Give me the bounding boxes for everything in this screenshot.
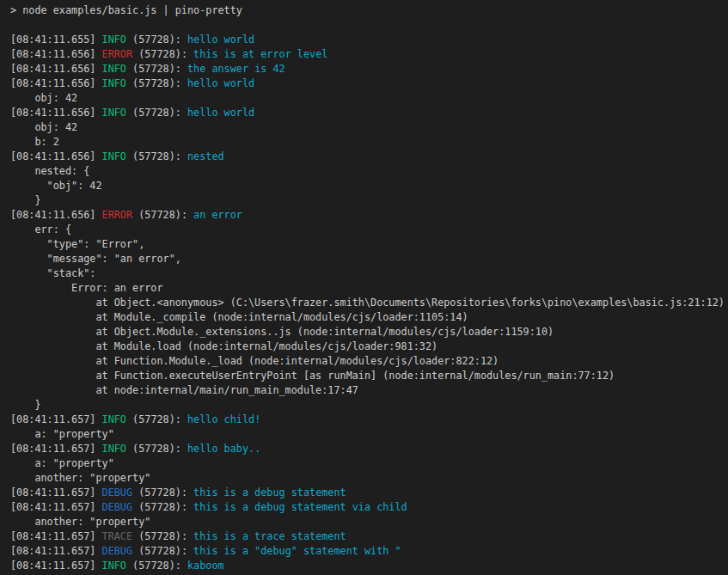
terminal-line: at Module._compile (node:internal/module… [10,310,728,325]
log-text: at Object.<anonymous> (C:\Users\frazer.s… [10,297,725,309]
log-text: "stack": [10,267,95,279]
log-text: obj: 42 [10,121,77,133]
log-text: } [10,194,41,206]
terminal-line [10,18,728,33]
log-message: hello world [187,34,254,46]
log-text: (57728): [126,413,187,425]
terminal-line: [08:41:11.657] TRACE (57728): this is a … [10,529,728,544]
log-text: another: "property" [10,516,150,528]
terminal-line: [08:41:11.656] ERROR (57728): this is at… [10,47,728,62]
log-text: a: "property" [10,457,114,469]
log-text: at node:internal/main/run_main_module:17… [10,384,358,396]
terminal-line: } [10,398,728,413]
log-text: [08:41:11.657] [10,545,102,557]
terminal-line: err: { [10,223,728,237]
log-text: err: { [10,223,71,236]
log-text: at Object.Module._extensions..js (node:i… [10,326,554,338]
terminal-line: obj: 42 [10,91,728,106]
log-text: at Module.load (node:internal/modules/cj… [10,340,437,352]
log-text: (57728): [126,77,187,89]
log-text: nested: { [10,165,89,177]
terminal-line: [08:41:11.656] ERROR (57728): an error [10,208,728,223]
terminal-line: [08:41:11.657] INFO (57728): hello baby.… [10,442,728,456]
terminal-line: obj: 42 [10,120,728,135]
log-level-badge: INFO [102,107,126,119]
log-text: [08:41:11.656] [10,48,102,60]
terminal-line: at Function.Module._load (node:internal/… [10,354,728,369]
log-level-badge: DEBUG [102,545,133,557]
log-text: [08:41:11.657] [10,413,102,425]
terminal-line: [08:41:11.656] INFO (57728): the answer … [10,62,728,76]
log-text: (57728): [126,63,187,75]
log-text: (57728): [126,34,187,46]
log-text: (57728): [126,150,187,162]
terminal[interactable]: > node examples/basic.js | pino-pretty [… [0,0,728,575]
log-message: this is a debug statement via child [193,501,407,513]
terminal-line: [08:41:11.656] INFO (57728): hello world [10,76,728,91]
log-level-badge: INFO [102,150,126,162]
log-text: } [10,399,41,411]
terminal-line: "obj": 42 [10,179,728,193]
terminal-line: [08:41:11.657] INFO (57728): hello child… [10,413,728,427]
log-message: this is a "debug" statement with " [193,545,401,557]
terminal-line: "stack": [10,266,728,281]
terminal-line: nested: { [10,164,728,179]
log-text: a: "property" [10,428,114,440]
log-level-badge: DEBUG [102,486,133,499]
log-text: (57728): [126,107,187,119]
log-message: hello child! [187,413,260,425]
log-level-badge: INFO [102,77,126,89]
log-text: [08:41:11.656] [10,209,102,221]
log-message: this is a debug statement [193,486,346,499]
log-message: the answer is 42 [187,63,285,75]
terminal-line: [08:41:11.657] DEBUG (57728): this is a … [10,486,728,500]
terminal-line: a: "property" [10,456,728,471]
log-text: [08:41:11.656] [10,77,102,89]
terminal-line: Error: an error [10,281,728,296]
terminal-line: "message": "an error", [10,252,728,266]
terminal-line: another: "property" [10,515,728,529]
log-text: [08:41:11.657] [10,443,102,455]
terminal-line: at Object.Module._extensions..js (node:i… [10,325,728,339]
log-message: nested [187,150,224,162]
log-level-badge: INFO [102,413,126,425]
log-level-badge: DEBUG [102,501,133,513]
log-text: [08:41:11.657] [10,560,102,572]
log-level-badge: INFO [102,34,126,46]
log-text: [08:41:11.657] [10,530,102,542]
log-level-badge: INFO [102,443,126,455]
log-text: (57728): [126,443,187,455]
log-message: hello baby.. [187,443,260,455]
terminal-line: at Function.executeUserEntryPoint [as ru… [10,369,728,383]
log-text: (57728): [132,209,193,221]
log-level-badge: ERROR [102,48,133,60]
terminal-line: } [10,193,728,208]
terminal-line: b: 2 [10,135,728,150]
log-message: kaboom [187,560,224,572]
log-text: "obj": 42 [10,180,102,192]
log-text: (57728): [132,48,193,60]
log-text: [08:41:11.656] [10,63,102,75]
terminal-line: another: "property" [10,471,728,486]
terminal-line: > node examples/basic.js | pino-pretty [10,3,728,18]
log-message: this is a trace statement [193,530,346,542]
log-text: b: 2 [10,136,59,148]
log-text: (57728): [132,545,193,557]
log-message: hello world [187,107,254,119]
log-message: hello world [187,77,254,89]
log-text: (57728): [132,501,193,513]
terminal-line: [08:41:11.657] DEBUG (57728): this is a … [10,500,728,515]
log-text: > node examples/basic.js | pino-pretty [10,4,242,16]
terminal-line: a: "property" [10,427,728,442]
log-text: at Function.executeUserEntryPoint [as ru… [10,370,615,382]
terminal-line: [08:41:11.656] INFO (57728): hello world [10,106,728,120]
log-text: at Module._compile (node:internal/module… [10,311,468,323]
log-text: Error: an error [10,282,163,294]
terminal-line: at node:internal/main/run_main_module:17… [10,383,728,398]
terminal-line: "type": "Error", [10,237,728,252]
log-text: [08:41:11.656] [10,107,102,119]
log-text: (57728): [126,560,187,572]
terminal-line: [08:41:11.655] INFO (57728): hello world [10,33,728,47]
log-message: this is at error level [193,48,327,60]
log-text: "type": "Error", [10,238,144,250]
